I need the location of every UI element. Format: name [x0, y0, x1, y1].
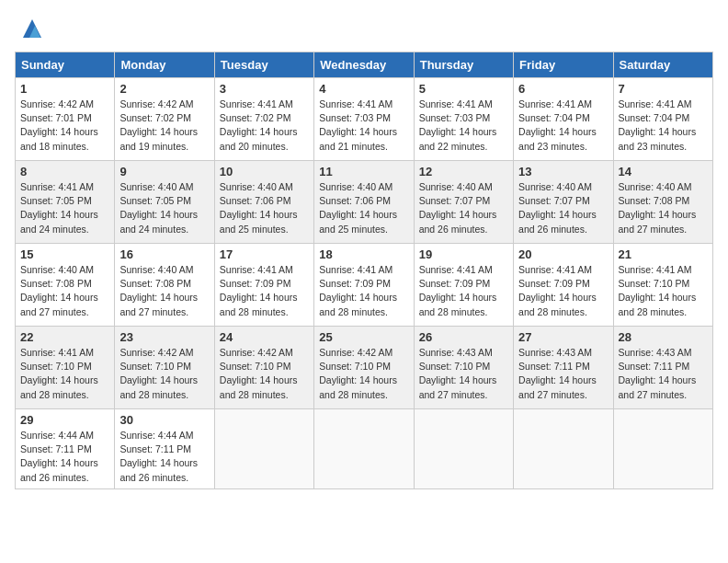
day-info: Sunrise: 4:40 AM Sunset: 7:08 PM Dayligh…	[20, 263, 109, 319]
day-info: Sunrise: 4:41 AM Sunset: 7:03 PM Dayligh…	[419, 98, 508, 154]
day-number: 27	[518, 330, 608, 344]
calendar-cell: 6Sunrise: 4:41 AM Sunset: 7:04 PM Daylig…	[514, 78, 613, 161]
calendar-header-saturday: Saturday	[613, 52, 712, 78]
calendar-header-row: SundayMondayTuesdayWednesdayThursdayFrid…	[16, 52, 713, 78]
day-number: 10	[220, 165, 309, 178]
day-number: 6	[518, 82, 608, 96]
calendar-cell: 10Sunrise: 4:40 AM Sunset: 7:06 PM Dayli…	[214, 161, 313, 244]
day-info: Sunrise: 4:40 AM Sunset: 7:06 PM Dayligh…	[319, 180, 408, 236]
day-info: Sunrise: 4:41 AM Sunset: 7:04 PM Dayligh…	[619, 98, 708, 154]
calendar-cell: 15Sunrise: 4:40 AM Sunset: 7:08 PM Dayli…	[16, 244, 115, 327]
calendar-table: SundayMondayTuesdayWednesdayThursdayFrid…	[15, 52, 713, 489]
calendar-cell: 24Sunrise: 4:42 AM Sunset: 7:10 PM Dayli…	[214, 327, 313, 409]
day-info: Sunrise: 4:40 AM Sunset: 7:08 PM Dayligh…	[619, 180, 708, 236]
calendar-cell: 11Sunrise: 4:40 AM Sunset: 7:06 PM Dayli…	[314, 161, 414, 244]
day-number: 28	[619, 330, 708, 344]
calendar-header-friday: Friday	[514, 52, 613, 78]
calendar-cell: 12Sunrise: 4:40 AM Sunset: 7:07 PM Dayli…	[414, 161, 513, 244]
day-info: Sunrise: 4:42 AM Sunset: 7:10 PM Dayligh…	[220, 346, 309, 402]
day-info: Sunrise: 4:40 AM Sunset: 7:05 PM Dayligh…	[119, 180, 209, 236]
calendar-cell: 14Sunrise: 4:40 AM Sunset: 7:08 PM Dayli…	[613, 161, 712, 244]
day-number: 19	[419, 247, 508, 261]
day-number: 30	[119, 413, 209, 427]
logo	[15, 15, 46, 42]
day-number: 4	[319, 82, 408, 96]
calendar-cell	[214, 409, 313, 489]
day-number: 22	[20, 330, 109, 344]
day-number: 16	[119, 247, 209, 261]
day-info: Sunrise: 4:41 AM Sunset: 7:03 PM Dayligh…	[319, 98, 408, 154]
calendar-cell: 27Sunrise: 4:43 AM Sunset: 7:11 PM Dayli…	[514, 327, 613, 409]
logo-icon	[18, 15, 46, 42]
calendar-header-thursday: Thursday	[414, 52, 513, 78]
calendar-header-tuesday: Tuesday	[214, 52, 313, 78]
day-number: 2	[119, 82, 209, 96]
day-info: Sunrise: 4:40 AM Sunset: 7:08 PM Dayligh…	[119, 263, 209, 319]
day-info: Sunrise: 4:41 AM Sunset: 7:02 PM Dayligh…	[220, 98, 309, 154]
calendar-cell	[613, 409, 712, 489]
day-number: 29	[20, 413, 109, 427]
day-number: 23	[119, 330, 209, 344]
calendar-cell: 26Sunrise: 4:43 AM Sunset: 7:10 PM Dayli…	[414, 327, 513, 409]
day-number: 12	[419, 165, 508, 178]
calendar-cell: 16Sunrise: 4:40 AM Sunset: 7:08 PM Dayli…	[115, 244, 214, 327]
day-number: 14	[619, 165, 708, 178]
calendar-cell: 21Sunrise: 4:41 AM Sunset: 7:10 PM Dayli…	[613, 244, 712, 327]
calendar-cell: 20Sunrise: 4:41 AM Sunset: 7:09 PM Dayli…	[514, 244, 613, 327]
day-info: Sunrise: 4:41 AM Sunset: 7:10 PM Dayligh…	[20, 346, 109, 402]
day-info: Sunrise: 4:41 AM Sunset: 7:05 PM Dayligh…	[20, 180, 109, 236]
day-number: 17	[220, 247, 309, 261]
calendar-cell: 7Sunrise: 4:41 AM Sunset: 7:04 PM Daylig…	[613, 78, 712, 161]
calendar-cell: 29Sunrise: 4:44 AM Sunset: 7:11 PM Dayli…	[16, 409, 115, 489]
calendar-cell: 19Sunrise: 4:41 AM Sunset: 7:09 PM Dayli…	[414, 244, 513, 327]
calendar-cell: 22Sunrise: 4:41 AM Sunset: 7:10 PM Dayli…	[16, 327, 115, 409]
calendar-cell	[414, 409, 513, 489]
day-number: 13	[518, 165, 608, 178]
day-info: Sunrise: 4:43 AM Sunset: 7:11 PM Dayligh…	[518, 346, 608, 402]
day-number: 3	[220, 82, 309, 96]
day-info: Sunrise: 4:41 AM Sunset: 7:09 PM Dayligh…	[518, 263, 608, 319]
day-info: Sunrise: 4:41 AM Sunset: 7:09 PM Dayligh…	[419, 263, 508, 319]
day-number: 26	[419, 330, 508, 344]
day-info: Sunrise: 4:41 AM Sunset: 7:04 PM Dayligh…	[518, 98, 608, 154]
day-info: Sunrise: 4:44 AM Sunset: 7:11 PM Dayligh…	[119, 429, 209, 485]
day-info: Sunrise: 4:43 AM Sunset: 7:10 PM Dayligh…	[419, 346, 508, 402]
day-info: Sunrise: 4:42 AM Sunset: 7:02 PM Dayligh…	[119, 98, 209, 154]
day-number: 18	[319, 247, 408, 261]
calendar-cell: 23Sunrise: 4:42 AM Sunset: 7:10 PM Dayli…	[115, 327, 214, 409]
day-info: Sunrise: 4:40 AM Sunset: 7:07 PM Dayligh…	[518, 180, 608, 236]
calendar-cell: 2Sunrise: 4:42 AM Sunset: 7:02 PM Daylig…	[115, 78, 214, 161]
day-number: 15	[20, 247, 109, 261]
calendar-cell	[314, 409, 414, 489]
day-info: Sunrise: 4:44 AM Sunset: 7:11 PM Dayligh…	[20, 429, 109, 485]
day-number: 21	[619, 247, 708, 261]
day-number: 1	[20, 82, 109, 96]
day-info: Sunrise: 4:42 AM Sunset: 7:01 PM Dayligh…	[20, 98, 109, 154]
day-number: 7	[619, 82, 708, 96]
day-info: Sunrise: 4:40 AM Sunset: 7:07 PM Dayligh…	[419, 180, 508, 236]
calendar-cell: 13Sunrise: 4:40 AM Sunset: 7:07 PM Dayli…	[514, 161, 613, 244]
day-number: 11	[319, 165, 408, 178]
calendar-cell: 9Sunrise: 4:40 AM Sunset: 7:05 PM Daylig…	[115, 161, 214, 244]
day-info: Sunrise: 4:42 AM Sunset: 7:10 PM Dayligh…	[319, 346, 408, 402]
calendar-header-wednesday: Wednesday	[314, 52, 414, 78]
day-number: 9	[119, 165, 209, 178]
day-info: Sunrise: 4:41 AM Sunset: 7:10 PM Dayligh…	[619, 263, 708, 319]
day-info: Sunrise: 4:42 AM Sunset: 7:10 PM Dayligh…	[119, 346, 209, 402]
day-info: Sunrise: 4:41 AM Sunset: 7:09 PM Dayligh…	[220, 263, 309, 319]
day-number: 20	[518, 247, 608, 261]
calendar-cell: 1Sunrise: 4:42 AM Sunset: 7:01 PM Daylig…	[16, 78, 115, 161]
day-info: Sunrise: 4:40 AM Sunset: 7:06 PM Dayligh…	[220, 180, 309, 236]
calendar-cell: 8Sunrise: 4:41 AM Sunset: 7:05 PM Daylig…	[16, 161, 115, 244]
calendar-cell	[514, 409, 613, 489]
calendar-header-monday: Monday	[115, 52, 214, 78]
day-number: 24	[220, 330, 309, 344]
calendar-cell: 17Sunrise: 4:41 AM Sunset: 7:09 PM Dayli…	[214, 244, 313, 327]
page-header	[15, 15, 713, 42]
day-number: 5	[419, 82, 508, 96]
calendar-cell: 30Sunrise: 4:44 AM Sunset: 7:11 PM Dayli…	[115, 409, 214, 489]
day-number: 8	[20, 165, 109, 178]
calendar-cell: 3Sunrise: 4:41 AM Sunset: 7:02 PM Daylig…	[214, 78, 313, 161]
day-number: 25	[319, 330, 408, 344]
calendar-cell: 4Sunrise: 4:41 AM Sunset: 7:03 PM Daylig…	[314, 78, 414, 161]
